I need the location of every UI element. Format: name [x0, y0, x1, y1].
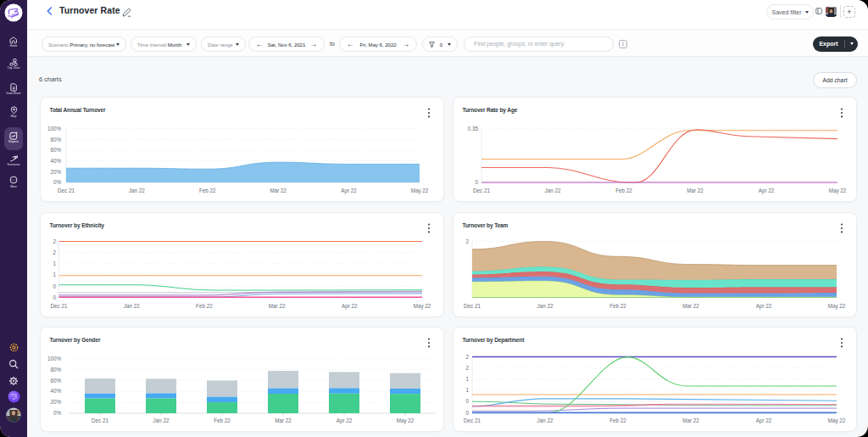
svg-text:Apr 22: Apr 22 — [337, 417, 353, 424]
svg-text:Dec 21: Dec 21 — [473, 188, 490, 193]
svg-text:60%: 60% — [50, 147, 61, 153]
svg-text:Apr 22: Apr 22 — [341, 188, 357, 194]
svg-text:80%: 80% — [50, 367, 61, 373]
svg-text:Jan 22: Jan 22 — [545, 188, 561, 193]
svg-text:1: 1 — [53, 272, 56, 277]
svg-text:2: 2 — [465, 354, 469, 360]
svg-text:May 22: May 22 — [829, 188, 847, 194]
svg-text:80%: 80% — [50, 137, 61, 143]
svg-text:Apr 22: Apr 22 — [759, 188, 775, 194]
svg-text:100%: 100% — [47, 356, 62, 361]
svg-text:1: 1 — [465, 376, 469, 382]
svg-text:2: 2 — [53, 249, 56, 255]
svg-text:Feb 22: Feb 22 — [214, 417, 231, 423]
svg-text:Mar 22: Mar 22 — [682, 417, 699, 423]
svg-text:Mar 22: Mar 22 — [269, 303, 286, 309]
svg-text:Feb 22: Feb 22 — [609, 417, 626, 423]
svg-text:Dec 21: Dec 21 — [464, 303, 481, 309]
svg-text:Feb 22: Feb 22 — [609, 303, 626, 309]
svg-text:Feb 22: Feb 22 — [196, 303, 213, 309]
svg-text:Jan 22: Jan 22 — [153, 417, 170, 423]
svg-text:May 22: May 22 — [828, 417, 846, 424]
svg-text:2: 2 — [465, 238, 469, 244]
svg-text:Feb 22: Feb 22 — [615, 188, 632, 193]
svg-text:Apr 22: Apr 22 — [756, 417, 772, 424]
svg-text:May 22: May 22 — [411, 188, 429, 194]
svg-text:May 22: May 22 — [828, 303, 846, 310]
svg-text:Jan 22: Jan 22 — [537, 303, 554, 309]
svg-text:Dec 21: Dec 21 — [58, 188, 75, 193]
svg-text:2: 2 — [53, 238, 56, 244]
svg-text:Mar 22: Mar 22 — [270, 188, 287, 193]
svg-text:0: 0 — [475, 179, 478, 185]
svg-text:Jan 22: Jan 22 — [124, 303, 140, 309]
svg-text:2: 2 — [465, 365, 469, 371]
svg-text:Mar 22: Mar 22 — [682, 303, 699, 309]
svg-text:20%: 20% — [50, 399, 61, 405]
svg-text:May 22: May 22 — [397, 417, 415, 424]
svg-text:0%: 0% — [53, 179, 62, 185]
svg-text:Jan 22: Jan 22 — [537, 417, 554, 423]
svg-text:0.35: 0.35 — [468, 126, 479, 132]
svg-text:1: 1 — [465, 387, 469, 393]
svg-text:1: 1 — [53, 261, 56, 266]
svg-text:60%: 60% — [50, 378, 61, 384]
svg-text:0: 0 — [53, 283, 56, 289]
svg-text:100%: 100% — [47, 126, 62, 132]
svg-text:0: 0 — [53, 294, 56, 300]
svg-text:Dec 21: Dec 21 — [51, 303, 68, 309]
svg-text:Dec 21: Dec 21 — [92, 417, 108, 423]
svg-text:40%: 40% — [50, 388, 61, 394]
svg-text:Apr 22: Apr 22 — [756, 303, 772, 310]
svg-text:0%: 0% — [53, 410, 62, 416]
svg-text:40%: 40% — [50, 158, 61, 164]
svg-text:May 22: May 22 — [414, 303, 431, 310]
svg-text:Jan 22: Jan 22 — [129, 188, 145, 193]
svg-text:Mar 22: Mar 22 — [275, 417, 292, 423]
svg-text:Mar 22: Mar 22 — [687, 188, 704, 193]
svg-text:0: 0 — [465, 410, 469, 416]
svg-text:20%: 20% — [50, 169, 61, 175]
svg-text:Feb 22: Feb 22 — [199, 188, 216, 193]
svg-text:0: 0 — [465, 398, 469, 404]
svg-text:Apr 22: Apr 22 — [342, 303, 358, 310]
svg-text:Dec 21: Dec 21 — [464, 417, 481, 423]
